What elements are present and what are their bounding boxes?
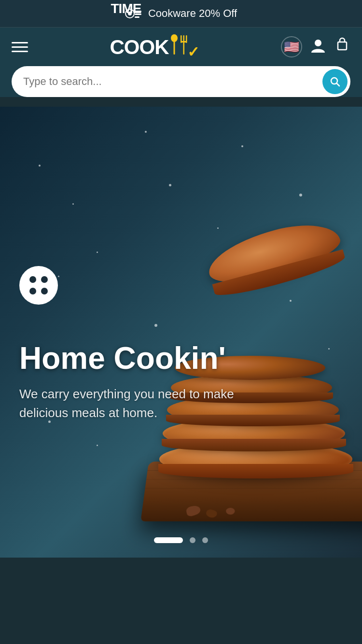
hamburger-menu[interactable] [12,42,28,52]
carousel-dot-1[interactable] [154,537,183,543]
svg-point-5 [171,34,178,42]
svg-rect-6 [173,41,175,55]
svg-line-15 [337,84,340,86]
logo-time: TIME [111,2,141,15]
user-icon[interactable] [310,37,326,57]
dice-icon [19,266,58,305]
dot-2 [41,276,48,283]
spoon-icon [170,34,179,56]
header: COOK ✓ TIME 🇺🇸 [0,28,362,97]
cart-icon[interactable] [334,37,350,57]
carousel-dots [154,537,208,543]
pancake-edge-2 [162,439,346,451]
svg-rect-11 [183,42,184,55]
hero-subtitle: We carry everything you need to make del… [19,385,261,422]
hero-section: Home Cookin' We carry everything you nee… [0,107,362,558]
search-input[interactable] [23,75,322,88]
promo-bar: Cookware 20% Off [0,0,362,28]
svg-rect-13 [338,42,347,50]
dot-1 [29,276,36,283]
search-button[interactable] [322,69,348,94]
search-bar [12,66,350,97]
hero-content: Home Cookin' We carry everything you nee… [19,341,343,422]
checkmark-icon: ✓ [187,43,199,60]
svg-point-12 [315,40,321,46]
language-flag[interactable]: 🇺🇸 [281,36,302,57]
promo-text: Cookware 20% Off [148,7,237,20]
svg-rect-4 [135,16,139,18]
dot-4 [41,288,48,294]
logo-cook: COOK [110,37,169,57]
hero-title: Home Cookin' [19,341,343,375]
flying-pancake [194,214,347,303]
logo[interactable]: COOK ✓ TIME [110,36,199,57]
header-top: COOK ✓ TIME 🇺🇸 [12,36,350,57]
carousel-dot-2[interactable] [190,537,195,543]
carousel-dot-3[interactable] [202,537,208,543]
header-icons: 🇺🇸 [281,36,350,57]
pancake-edge-1 [158,464,353,478]
svg-rect-10 [181,41,187,42]
dot-3 [29,288,36,294]
